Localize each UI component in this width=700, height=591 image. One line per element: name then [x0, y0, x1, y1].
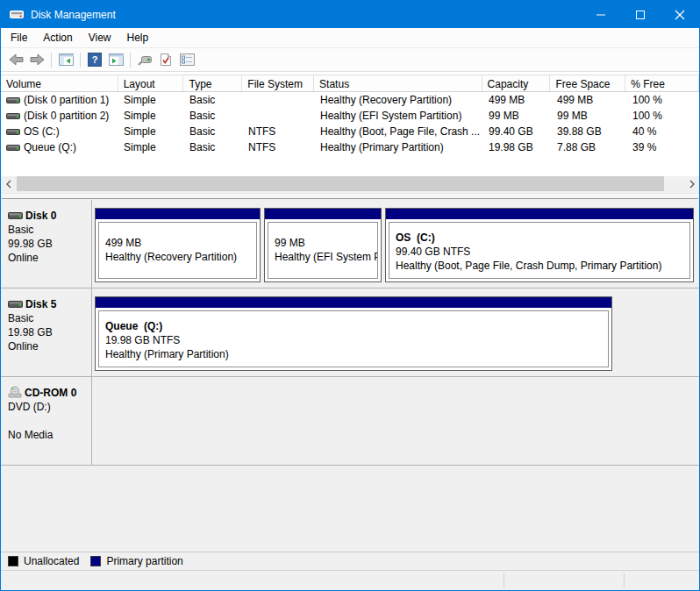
menu-item[interactable]: Help [119, 29, 157, 46]
column-header[interactable]: File System [242, 75, 314, 91]
scrollbar-thumb[interactable] [17, 176, 664, 191]
horizontal-scrollbar[interactable] [1, 176, 699, 191]
disk-size: 19.98 GB [8, 326, 91, 340]
volume-capacity: 99 MB [483, 110, 552, 122]
menu-item[interactable]: File [3, 29, 35, 46]
disk-name: CD-ROM 0 [25, 387, 76, 399]
checklist-button[interactable] [176, 50, 197, 69]
volume-name: OS (C:) [24, 125, 60, 138]
close-button[interactable] [660, 1, 699, 28]
disk-size [8, 415, 91, 429]
volume-name: (Disk 0 partition 1) [24, 94, 109, 106]
disk-row: CD-ROM 0 DVD (D:) No Media [1, 377, 699, 466]
minimize-button[interactable] [581, 1, 620, 28]
disk-icon [8, 298, 23, 310]
forward-icon [30, 53, 45, 66]
volume-layout: Simple [118, 125, 184, 138]
scroll-left-arrow[interactable] [1, 176, 16, 191]
legend-item: Unallocated [8, 555, 79, 567]
device-button[interactable] [134, 50, 155, 69]
partition-status: Healthy (Primary Partition) [105, 347, 608, 361]
menu-item[interactable]: View [81, 29, 119, 46]
show-console-tree-button[interactable] [55, 50, 76, 69]
volume-layout: Simple [118, 94, 184, 106]
scrollbar-track[interactable] [16, 176, 684, 191]
menu-item[interactable]: Action [35, 29, 80, 46]
volume-type: Basic [184, 125, 243, 138]
scroll-right-arrow[interactable] [684, 176, 699, 191]
toolbar-separator [80, 53, 81, 68]
column-header[interactable]: Volume [1, 75, 118, 91]
check-button[interactable] [155, 50, 176, 69]
disk-label-panel[interactable]: Disk 0 Basic 99.98 GB Online [1, 200, 92, 288]
back-button[interactable] [5, 50, 26, 69]
statusbar-separator [504, 573, 504, 587]
partition-box[interactable]: 499 MB Healthy (Recovery Partition) [95, 208, 261, 282]
disk-name: Disk 0 [25, 210, 56, 222]
column-header[interactable]: Layout [118, 75, 184, 91]
legend-label: Primary partition [106, 555, 182, 567]
disk-row: Disk 5 Basic 19.98 GB Online Queue (Q:) … [1, 288, 699, 377]
volume-row[interactable]: OS (C:) Simple Basic NTFS Healthy (Boot,… [1, 124, 699, 139]
partition-color-band [96, 297, 611, 308]
splitter-grip[interactable] [2, 193, 698, 199]
volume-rows: (Disk 0 partition 1) Simple Basic Health… [1, 92, 699, 155]
forward-button[interactable] [26, 50, 47, 69]
volume-type: Basic [184, 94, 243, 106]
column-header[interactable]: Free Space [550, 75, 625, 91]
volume-row[interactable]: Queue (Q:) Simple Basic NTFS Healthy (Pr… [1, 139, 699, 155]
legend-item: Primary partition [90, 555, 182, 567]
partition-info: 499 MB Healthy (Recovery Partition) [98, 222, 257, 279]
partition-area: Queue (Q:) 19.98 GB NTFS Healthy (Primar… [92, 288, 699, 376]
volume-free-space: 499 MB [552, 94, 627, 106]
partition-color-band [96, 209, 260, 219]
column-header[interactable]: Status [314, 75, 482, 91]
cdrom-icon [8, 386, 22, 401]
partition-area: 499 MB Healthy (Recovery Partition) 99 M… [92, 200, 699, 288]
check-icon [160, 53, 172, 67]
volume-filesystem: NTFS [243, 141, 315, 153]
disk-type: DVD (D:) [8, 401, 91, 415]
volume-type: Basic [184, 141, 243, 153]
partition-status: Healthy (Recovery Partition) [105, 250, 256, 264]
console-tree-icon [59, 53, 74, 66]
volume-icon [6, 113, 20, 119]
menu-bar: FileActionViewHelp [1, 28, 699, 48]
volume-row[interactable]: (Disk 0 partition 1) Simple Basic Health… [1, 92, 699, 108]
disk-label-panel[interactable]: Disk 5 Basic 19.98 GB Online [1, 288, 92, 376]
maximize-button[interactable] [620, 1, 660, 28]
disk-status: No Media [8, 429, 91, 443]
help-button[interactable]: ? [84, 50, 105, 69]
volume-row[interactable]: (Disk 0 partition 2) Simple Basic Health… [1, 108, 699, 124]
partition-size: 19.98 GB NTFS [105, 333, 608, 347]
volume-layout: Simple [118, 110, 184, 122]
column-header[interactable]: Capacity [482, 75, 551, 91]
partition-color-band [265, 209, 381, 219]
volume-free-space: 7.88 GB [552, 141, 627, 153]
column-header[interactable]: Type [183, 75, 242, 91]
disk-row: Disk 0 Basic 99.98 GB Online 499 MB Heal… [1, 200, 699, 288]
show-action-pane-button[interactable] [105, 50, 126, 69]
partition-status: Healthy (EFI System Par [275, 250, 377, 264]
column-header[interactable]: % Free [625, 75, 699, 91]
disk-label-panel[interactable]: CD-ROM 0 DVD (D:) No Media [1, 377, 92, 465]
back-icon [9, 53, 24, 66]
toolbar: ? [1, 48, 699, 72]
volume-name: Queue (Q:) [24, 141, 76, 153]
pane-splitter[interactable] [1, 191, 699, 200]
partition-status: Healthy (Boot, Page File, Crash Dump, Pr… [396, 259, 689, 273]
partition-box[interactable]: Queue (Q:) 19.98 GB NTFS Healthy (Primar… [95, 296, 612, 371]
partition-box[interactable]: 99 MB Healthy (EFI System Par [264, 208, 382, 282]
volume-status: Healthy (Boot, Page File, Crash ... [315, 125, 483, 138]
disk-management-window: Disk Management FileActionViewHelp [0, 0, 700, 591]
partition-area [92, 377, 699, 465]
volume-free-space: 99 MB [552, 110, 627, 122]
volume-icon [6, 145, 20, 151]
volume-layout: Simple [118, 141, 184, 153]
title-bar[interactable]: Disk Management [1, 1, 699, 28]
volume-icon [6, 129, 20, 135]
disk-status: Online [8, 340, 91, 354]
app-icon [10, 9, 24, 20]
partition-box[interactable]: OS (C:) 99.40 GB NTFS Healthy (Boot, Pag… [385, 208, 694, 282]
help-icon: ? [88, 53, 102, 67]
